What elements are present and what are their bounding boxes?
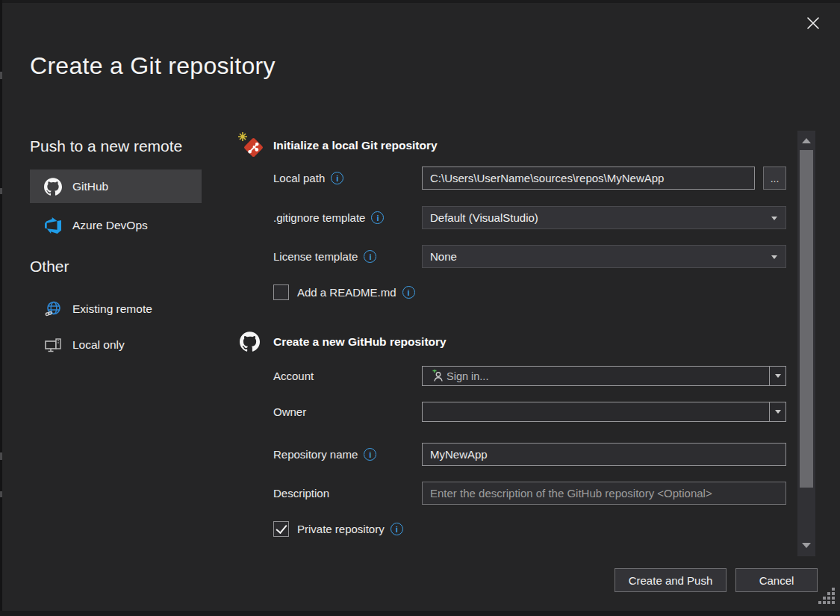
- vertical-scrollbar[interactable]: [797, 131, 815, 556]
- edge-tick: [0, 72, 2, 79]
- scroll-down-button[interactable]: [797, 538, 815, 552]
- chevron-down-icon: [775, 374, 781, 378]
- sidebar-item-existing-remote[interactable]: Existing remote: [30, 296, 202, 322]
- triangle-down-icon: [802, 543, 811, 548]
- license-label: License template: [273, 245, 376, 268]
- account-label: Account: [273, 366, 314, 386]
- azure-devops-icon: [43, 217, 63, 234]
- local-path-label: Local path: [273, 167, 343, 190]
- page-title: Create a Git repository: [30, 52, 276, 80]
- window-top-edge: [0, 0, 840, 3]
- section-heading-github: Create a new GitHub repository: [273, 335, 447, 349]
- cancel-button[interactable]: Cancel: [735, 568, 818, 592]
- sidebar-item-azure-devops[interactable]: Azure DevOps: [30, 211, 202, 240]
- sidebar-item-local-only[interactable]: Local only: [30, 332, 202, 358]
- sidebar-item-label: GitHub: [72, 180, 108, 193]
- computer-icon: [43, 336, 63, 354]
- info-icon[interactable]: [391, 523, 403, 535]
- gitignore-value: Default (VisualStudio): [430, 211, 538, 224]
- license-dropdown[interactable]: None: [422, 245, 786, 268]
- readme-label: Add a README.md: [297, 284, 415, 300]
- description-input[interactable]: [422, 482, 786, 505]
- readme-checkbox[interactable]: [273, 284, 289, 300]
- info-icon[interactable]: [402, 286, 415, 299]
- scroll-up-button[interactable]: [797, 134, 815, 147]
- resize-grip[interactable]: [818, 588, 836, 606]
- gitignore-label: .gitignore template: [273, 206, 384, 229]
- sidebar-item-github[interactable]: GitHub: [30, 169, 202, 203]
- browse-button[interactable]: ...: [763, 167, 786, 190]
- sidebar-heading-other: Other: [30, 258, 69, 276]
- close-button[interactable]: [802, 12, 824, 34]
- info-icon[interactable]: [364, 448, 376, 461]
- create-and-push-button[interactable]: Create and Push: [615, 568, 727, 592]
- description-label: Description: [273, 482, 329, 505]
- account-value: Sign in...: [447, 370, 488, 382]
- private-repository-label: Private repository: [297, 521, 403, 537]
- repository-name-label: Repository name: [273, 443, 376, 466]
- add-user-icon: [429, 370, 447, 383]
- license-value: None: [430, 250, 457, 263]
- sidebar-heading-push: Push to a new remote: [30, 137, 182, 155]
- repository-name-input[interactable]: [422, 443, 786, 466]
- globe-link-icon: [43, 300, 63, 318]
- gitignore-dropdown[interactable]: Default (VisualStudio): [422, 206, 786, 229]
- owner-dropdown-arrow[interactable]: [769, 402, 785, 421]
- section-heading-local: Initialize a local Git repository: [273, 139, 438, 152]
- close-icon: [806, 16, 821, 31]
- sidebar-item-label: Existing remote: [72, 302, 152, 316]
- owner-label: Owner: [273, 402, 306, 422]
- github-icon: [240, 332, 260, 352]
- owner-combobox[interactable]: [422, 402, 786, 422]
- triangle-up-icon: [802, 138, 811, 143]
- info-icon[interactable]: [364, 250, 376, 263]
- window-bottom-edge: [0, 611, 840, 616]
- account-dropdown-arrow[interactable]: [769, 367, 785, 385]
- github-icon: [43, 178, 63, 196]
- chevron-down-icon: [771, 255, 777, 259]
- window-left-edge: [0, 0, 2, 616]
- scrollbar-thumb[interactable]: [800, 150, 813, 488]
- account-combobox[interactable]: Sign in...: [422, 366, 786, 386]
- git-init-icon: [237, 131, 266, 161]
- sidebar-item-label: Azure DevOps: [72, 219, 148, 232]
- chevron-down-icon: [771, 217, 777, 220]
- edge-tick: [0, 491, 2, 497]
- chevron-down-icon: [775, 410, 781, 414]
- local-path-input[interactable]: [422, 167, 755, 190]
- edge-tick: [0, 188, 2, 194]
- info-icon[interactable]: [371, 211, 384, 224]
- private-repository-checkbox[interactable]: [273, 521, 289, 537]
- info-icon[interactable]: [331, 172, 343, 184]
- sidebar-item-label: Local only: [72, 338, 125, 352]
- edge-tick: [0, 452, 2, 460]
